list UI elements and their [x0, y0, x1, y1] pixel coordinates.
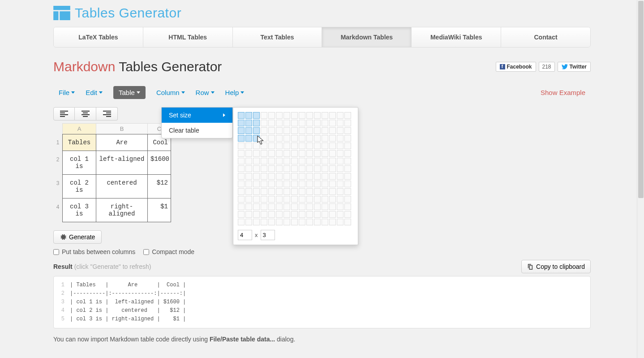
size-grid-cell[interactable] [314, 127, 321, 134]
size-grid-cell[interactable] [329, 196, 336, 203]
size-grid-cell[interactable] [261, 188, 267, 195]
size-grid-cell[interactable] [344, 158, 351, 164]
clear-table-item[interactable]: Clear table [162, 123, 232, 138]
size-grid-cell[interactable] [238, 135, 245, 142]
size-grid-cell[interactable] [299, 219, 305, 225]
size-grid-cell[interactable] [322, 173, 328, 180]
size-grid-cell[interactable] [299, 181, 305, 187]
size-grid-cell[interactable] [261, 196, 267, 203]
size-grid-cell[interactable] [291, 127, 298, 134]
size-grid-cell[interactable] [276, 127, 283, 134]
size-grid-cell[interactable] [329, 112, 336, 119]
size-grid-cell[interactable] [245, 181, 252, 187]
size-grid-cell[interactable] [283, 112, 290, 119]
size-grid-cell[interactable] [337, 150, 343, 157]
size-grid-cell[interactable] [329, 142, 336, 149]
size-grid-cell[interactable] [329, 165, 336, 172]
size-grid-cell[interactable] [238, 158, 245, 164]
size-grid-cell[interactable] [337, 142, 343, 149]
size-grid-cell[interactable] [337, 112, 343, 119]
size-grid-cell[interactable] [306, 211, 313, 218]
size-grid-cell[interactable] [283, 196, 290, 203]
align-center-button[interactable] [75, 107, 96, 121]
size-grid-cell[interactable] [268, 142, 275, 149]
size-grid-cell[interactable] [291, 173, 298, 180]
size-grid-cell[interactable] [253, 196, 260, 203]
size-grid-cell[interactable] [344, 173, 351, 180]
size-grid-cell[interactable] [276, 211, 283, 218]
page-scrollbar[interactable] [637, 0, 644, 358]
size-grid-cell[interactable] [283, 188, 290, 195]
size-grid-cell[interactable] [253, 188, 260, 195]
size-grid-cell[interactable] [261, 181, 267, 187]
copy-clipboard-button[interactable]: Copy to clipboard [521, 260, 591, 273]
size-grid-cell[interactable] [261, 203, 267, 210]
size-grid-cell[interactable] [291, 219, 298, 225]
size-grid-cell[interactable] [253, 150, 260, 157]
size-grid-cell[interactable] [238, 196, 245, 203]
size-grid-cell[interactable] [314, 181, 321, 187]
size-grid-cell[interactable] [268, 158, 275, 164]
cols-input[interactable] [261, 230, 275, 240]
size-grid-cell[interactable] [344, 219, 351, 225]
size-grid-cell[interactable] [306, 188, 313, 195]
size-grid-cell[interactable] [337, 196, 343, 203]
scrollbar-thumb[interactable] [638, 1, 644, 198]
size-grid-cell[interactable] [238, 181, 245, 187]
size-grid-cell[interactable] [238, 188, 245, 195]
row-header[interactable]: 2 [53, 151, 62, 175]
col-header-b[interactable]: B [96, 123, 148, 134]
size-grid-cell[interactable] [268, 135, 275, 142]
size-grid-cell[interactable] [245, 120, 252, 126]
size-grid-cell[interactable] [261, 158, 267, 164]
size-grid-cell[interactable] [306, 158, 313, 164]
menu-table[interactable]: Table [113, 86, 146, 99]
size-grid-cell[interactable] [322, 112, 328, 119]
twitter-button[interactable]: Twitter [558, 62, 591, 72]
size-grid-cell[interactable] [253, 120, 260, 126]
size-grid-cell[interactable] [291, 188, 298, 195]
size-grid-cell[interactable] [337, 158, 343, 164]
compact-checkbox-label[interactable]: Compact mode [143, 248, 194, 255]
size-grid-cell[interactable] [291, 120, 298, 126]
size-grid-cell[interactable] [261, 142, 267, 149]
size-grid-cell[interactable] [314, 158, 321, 164]
size-grid-cell[interactable] [337, 135, 343, 142]
size-grid-cell[interactable] [299, 211, 305, 218]
size-grid-cell[interactable] [276, 120, 283, 126]
size-grid-cell[interactable] [283, 158, 290, 164]
size-grid-cell[interactable] [337, 120, 343, 126]
size-grid-cell[interactable] [261, 112, 267, 119]
size-grid-cell[interactable] [238, 127, 245, 134]
cell[interactable]: col 2 is [62, 175, 96, 198]
size-grid-cell[interactable] [238, 120, 245, 126]
show-example-link[interactable]: Show Example [541, 89, 585, 96]
size-grid-cell[interactable] [268, 150, 275, 157]
size-grid-cell[interactable] [283, 203, 290, 210]
size-grid-cell[interactable] [299, 142, 305, 149]
size-grid-cell[interactable] [322, 135, 328, 142]
size-grid-cell[interactable] [245, 135, 252, 142]
size-grid-cell[interactable] [268, 188, 275, 195]
menu-row[interactable]: Row [196, 89, 215, 96]
cell[interactable]: centered [96, 175, 148, 198]
size-grid-cell[interactable] [322, 211, 328, 218]
tab-contact[interactable]: Contact [501, 27, 590, 47]
size-grid-cell[interactable] [299, 158, 305, 164]
size-grid-cell[interactable] [276, 196, 283, 203]
size-grid-cell[interactable] [329, 203, 336, 210]
tab-latex[interactable]: LaTeX Tables [54, 27, 143, 47]
size-grid-cell[interactable] [253, 127, 260, 134]
output-area[interactable]: 1| Tables | Are | Cool | 2|----------|:-… [53, 276, 591, 328]
cell[interactable]: col 1 is [62, 151, 96, 175]
size-grid-cell[interactable] [322, 120, 328, 126]
size-grid-cell[interactable] [306, 219, 313, 225]
size-grid-cell[interactable] [337, 173, 343, 180]
size-grid-cell[interactable] [268, 219, 275, 225]
size-grid-cell[interactable] [238, 142, 245, 149]
size-grid-cell[interactable] [329, 188, 336, 195]
size-grid-cell[interactable] [283, 173, 290, 180]
size-grid-cell[interactable] [322, 158, 328, 164]
rows-input[interactable] [238, 230, 252, 240]
size-grid-cell[interactable] [299, 165, 305, 172]
